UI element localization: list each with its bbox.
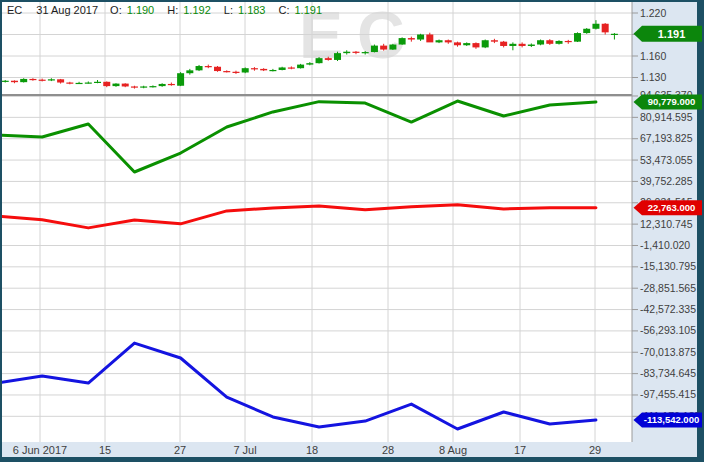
symbol-label: EC <box>7 4 22 16</box>
candle <box>316 57 323 63</box>
right-axis-label: 1.130 <box>640 71 666 83</box>
candle <box>546 39 553 45</box>
candle <box>85 81 92 83</box>
svg-text:-113,542.000: -113,542.000 <box>644 414 699 425</box>
low-value: 1.183 <box>238 4 266 16</box>
candle <box>168 83 175 86</box>
right-axis-label: -83,734.645 <box>640 367 696 379</box>
candle <box>565 40 572 44</box>
x-axis-label: 29 <box>589 444 601 456</box>
candle <box>556 40 563 44</box>
last-value-badge: 1.191 <box>634 26 703 42</box>
right-axis-label: 67,193.825 <box>640 132 693 144</box>
candle <box>325 57 332 61</box>
right-axis-label: -28,851.565 <box>640 282 696 294</box>
candle <box>352 51 359 54</box>
right-axis-label: 1.220 <box>640 7 666 19</box>
right-axis-label: 12,310.745 <box>640 218 693 230</box>
chart-frame: EC 1.2201.1901.1601.13094,635.37080,914.… <box>0 0 704 462</box>
candle <box>251 67 258 71</box>
right-axis-label: 80,914.595 <box>640 111 693 123</box>
right-axis-label: 53,473.055 <box>640 154 693 166</box>
candle <box>122 83 129 87</box>
right-axis-label: -1,410.020 <box>640 239 690 251</box>
candle <box>205 65 212 69</box>
candle <box>334 52 341 61</box>
right-axis: 1.2201.1901.1601.13094,635.37080,914.595… <box>632 2 700 442</box>
candle <box>288 66 295 69</box>
x-axis-label: 8 Aug <box>439 444 467 456</box>
x-axis-label: 15 <box>99 444 111 456</box>
candle <box>537 40 544 46</box>
candle <box>159 83 166 87</box>
right-axis-label: -97,455.415 <box>640 388 696 400</box>
candle <box>509 42 516 50</box>
open-value: 1.190 <box>127 4 155 16</box>
candle <box>29 78 36 81</box>
candle <box>11 80 18 83</box>
candle <box>583 28 590 34</box>
x-axis-label: 7 Jul <box>233 444 256 456</box>
candle <box>76 82 83 84</box>
chart-canvas[interactable]: 1.2201.1901.1601.13094,635.37080,914.595… <box>0 0 704 462</box>
right-axis-label: 1.160 <box>640 50 666 62</box>
svg-text:90,779.000: 90,779.000 <box>648 96 696 107</box>
candle <box>380 44 387 51</box>
x-axis-label: 6 Jun 2017 <box>13 444 67 456</box>
candle <box>445 40 452 44</box>
candle <box>186 69 193 75</box>
x-axis-label: 18 <box>306 444 318 456</box>
candle <box>149 85 156 87</box>
right-axis-label: 39,752.285 <box>640 175 693 187</box>
svg-text:22,763.000: 22,763.000 <box>648 202 696 213</box>
candle <box>592 20 599 29</box>
close-label: C: <box>278 4 289 16</box>
candle <box>408 37 415 42</box>
candle <box>94 80 101 83</box>
candle <box>491 39 498 43</box>
candle <box>48 78 55 81</box>
candle <box>20 78 27 82</box>
candle <box>196 65 203 71</box>
candle <box>242 67 249 73</box>
open-label: O: <box>110 4 122 16</box>
candle <box>454 42 461 47</box>
candle <box>66 82 73 85</box>
candle <box>399 37 406 45</box>
last-value-badge: -113,542.000 <box>634 413 703 428</box>
right-axis-label: -70,013.875 <box>640 346 696 358</box>
candle <box>112 83 119 87</box>
candle <box>260 68 267 71</box>
right-axis-label: -15,130.795 <box>640 260 696 272</box>
svg-text:1.191: 1.191 <box>658 28 686 40</box>
candle <box>528 43 535 47</box>
candle <box>214 66 221 72</box>
candle <box>611 33 618 39</box>
candle <box>482 40 489 49</box>
candle <box>371 45 378 53</box>
x-axis-label: 17 <box>514 444 526 456</box>
candle <box>279 67 286 71</box>
last-value-badge: 90,779.000 <box>634 95 703 110</box>
candlestick-series <box>0 20 618 88</box>
candle <box>177 72 184 86</box>
candle <box>57 79 64 84</box>
right-axis-label: -42,572.335 <box>640 303 696 315</box>
high-label: H: <box>167 4 178 16</box>
candle <box>140 86 147 89</box>
candle <box>389 44 396 50</box>
last-value-badge: 22,763.000 <box>634 200 703 215</box>
candle <box>131 86 138 89</box>
panel-divider <box>2 94 632 96</box>
candle <box>297 64 304 69</box>
candle <box>472 42 479 48</box>
right-axis-label: -56,293.105 <box>640 324 696 336</box>
close-value: 1.191 <box>294 4 322 16</box>
candle <box>500 41 507 47</box>
x-axis-label: 28 <box>382 444 394 456</box>
candle <box>362 51 369 55</box>
ohlc-info-bar: EC 31 Aug 2017 O: 1.190 H: 1.192 L: 1.18… <box>7 4 335 16</box>
candle <box>463 42 470 46</box>
cot-lines <box>0 101 596 429</box>
candle <box>343 50 350 54</box>
